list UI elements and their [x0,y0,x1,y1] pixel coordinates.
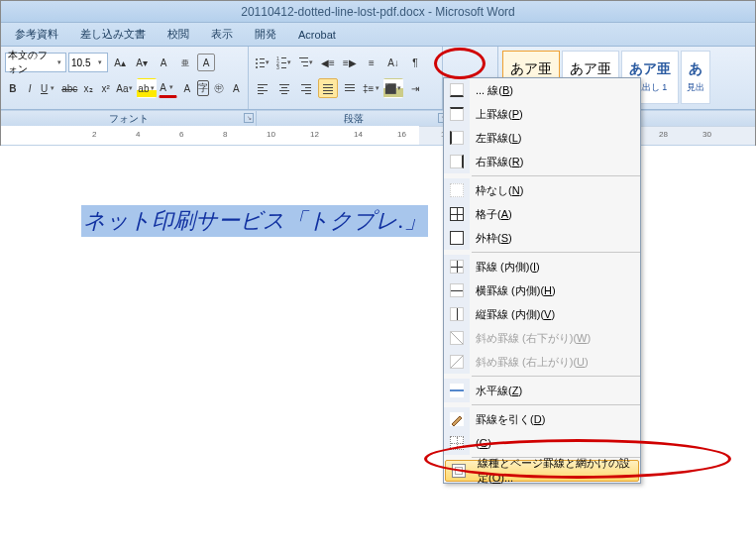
menu-item-label: 枠なし(N) [470,183,640,198]
menu-item-grid[interactable]: (G) [444,431,640,455]
font-name-select[interactable]: 本文のフォン▾ [5,53,66,72]
menu-item-border-in[interactable]: 罫線 (内側)(I) [444,255,640,278]
border-right-icon [450,155,464,168]
document-canvas[interactable]: ネット印刷サービス「トクプレ.」 [0,146,756,554]
menu-item-border-out[interactable]: 外枠(S) [444,226,640,250]
tab-view[interactable]: 表示 [211,27,233,42]
svg-rect-27 [323,84,333,85]
svg-rect-11 [281,67,286,68]
strike-button[interactable]: abc [60,78,78,98]
menu-item-border-inh[interactable]: 横罫線 (内側)(H) [444,278,640,302]
svg-line-35 [451,356,463,368]
font-color-button[interactable]: A▾ [159,78,177,98]
clear-format-button[interactable]: A [154,53,173,72]
underline-button[interactable]: U▾ [40,78,58,98]
menu-item-label: 格子(A) [470,207,640,222]
decrease-indent-button[interactable]: ◀≡ [318,53,338,72]
tab-developer[interactable]: 開発 [255,27,276,42]
ribbon: 本文のフォン▾ 10.5▾ A▴ A▾ A 亜 A B I U▾ abc x₂ … [1,47,755,110]
asian-spacing-button[interactable]: ⇥ [405,78,425,98]
ruler-tick: 8 [223,130,227,139]
show-marks-button[interactable]: ¶ [405,53,425,72]
align-center-button[interactable] [274,78,294,98]
numbering-button[interactable]: 123▾ [274,53,294,72]
font-dialog-launcher[interactable]: ↘ [244,113,254,123]
superscript-button[interactable]: x² [98,78,114,98]
tab-acrobat[interactable]: Acrobat [298,29,336,41]
border-inh-icon [450,283,464,297]
svg-rect-19 [279,84,289,85]
grow-font-button[interactable]: A▴ [110,53,130,72]
menu-item-draw[interactable]: 罫線を引く(D) [444,407,640,431]
align-justify-button[interactable] [318,78,338,98]
svg-rect-23 [301,84,311,85]
diag1-icon [450,331,464,345]
svg-rect-28 [323,87,333,88]
highlight-button[interactable]: ab▾ [137,78,157,98]
align-right-button[interactable] [296,78,316,98]
borders-dropdown-menu: ... 線(B)上罫線(P)左罫線(L)右罫線(R)枠なし(N)格子(A)外枠(… [443,77,641,484]
asian-layout-button[interactable]: ≡ [362,53,381,72]
menu-item-label: 斜め罫線 (右上がり)(U) [470,355,640,370]
draw-icon [450,412,464,426]
sort-button[interactable]: A↓ [383,53,403,72]
subscript-button[interactable]: x₂ [80,78,96,98]
border-in-icon [450,260,464,274]
menu-item-label: 横罫線 (内側)(H) [470,283,640,298]
italic-button[interactable]: I [23,78,39,98]
menu-item-label: ... 線(B) [470,83,640,98]
border-all-icon [450,207,464,221]
char-shading-button[interactable]: A [179,78,195,98]
title-bar: 20110412-dotted-line-lost-pdf.docx - Mic… [1,1,755,23]
style-heading2[interactable]: あ見出 [681,51,710,104]
menu-item-label: 罫線を引く(D) [470,412,640,427]
menu-item-label: (G) [470,437,640,449]
ruler-tick: 30 [702,130,711,139]
shading-button[interactable]: ⬛▾ [383,78,403,98]
ruler-tick: 6 [179,130,183,139]
bullets-button[interactable]: ▾ [253,53,272,72]
distribute-button[interactable] [340,78,360,98]
line-spacing-button[interactable]: ‡≡▾ [362,78,381,98]
change-case-button[interactable]: Aa▾ [115,78,135,98]
enclose-char-button[interactable]: A [197,54,215,71]
tab-references[interactable]: 参考資料 [15,27,58,42]
group-font: 本文のフォン▾ 10.5▾ A▴ A▾ A 亜 A B I U▾ abc x₂ … [1,47,249,109]
svg-rect-12 [299,57,308,58]
bold-button[interactable]: B [5,78,21,98]
menu-item-diag1: 斜め罫線 (右下がり)(W) [444,326,640,350]
menu-item-dialog[interactable]: 線種とページ罫線と網かけの設定(O)... [445,460,639,482]
combine-char-button[interactable]: A [229,78,245,98]
tab-mailings[interactable]: 差し込み文書 [80,27,146,42]
menu-item-border-right[interactable]: 右罫線(R) [444,150,640,173]
selected-text[interactable]: ネット印刷サービス「トクプレ.」 [81,205,428,237]
menu-item-label: 線種とページ罫線と網かけの設定(O)... [472,456,638,486]
ruler-tick: 4 [136,130,140,139]
shrink-font-button[interactable]: A▾ [132,53,152,72]
ruler[interactable]: 24681012141618202224262830 [1,126,755,146]
fit-text-button[interactable]: ㊥ [211,78,227,98]
menu-item-border-top[interactable]: 上罫線(P) [444,102,640,126]
menu-item-border-none[interactable]: 枠なし(N) [444,178,640,202]
menu-item-border-left[interactable]: 左罫線(L) [444,126,640,150]
phonetic-button[interactable]: 亜 [175,53,195,72]
menu-item-border-bottom[interactable]: ... 線(B) [444,78,640,102]
multilevel-button[interactable]: ▾ [296,53,316,72]
menu-item-label: 水平線(Z) [470,384,640,398]
tab-review[interactable]: 校閲 [167,27,189,42]
svg-rect-22 [281,93,287,94]
menu-item-border-inv[interactable]: 縦罫線 (内側)(V) [444,302,640,326]
svg-rect-18 [258,93,264,94]
border-bottom-icon [450,83,464,97]
increase-indent-button[interactable]: ≡▶ [340,53,360,72]
align-left-button[interactable] [253,78,272,98]
menu-item-label: 左罫線(L) [470,131,640,146]
svg-rect-17 [258,90,268,91]
font-size-select[interactable]: 10.5▾ [68,53,108,72]
ribbon-tabs: 参考資料 差し込み文書 校閲 表示 開発 Acrobat [1,23,755,47]
menu-item-border-all[interactable]: 格子(A) [444,202,640,226]
menu-item-hline[interactable]: 水平線(Z) [444,379,640,402]
char-border-button[interactable]: 字 [197,80,210,96]
svg-line-34 [451,332,463,344]
svg-rect-24 [305,87,311,88]
